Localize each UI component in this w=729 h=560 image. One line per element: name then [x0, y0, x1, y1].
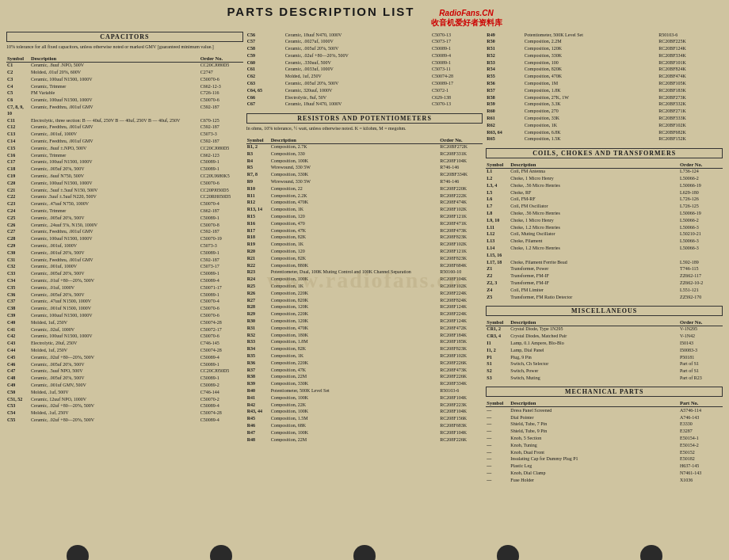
table-row: R38Composition, 22MRC208F226K: [246, 374, 483, 381]
table-row: —Dial PointerA746-143: [486, 414, 723, 421]
cell-description: Wirewound, 330 5W: [270, 179, 440, 186]
cell-description: Composition, 330K: [270, 381, 440, 388]
cell-symbol: Z5: [486, 294, 510, 301]
cell-description: Composition, 47K: [270, 367, 440, 374]
cell-symbol: C23: [6, 201, 30, 208]
cell-order: RC208F184K: [439, 332, 483, 339]
cell-description: Composition, 1.8K: [524, 87, 658, 94]
cell-description: Ceramic, .001uf 20%, 500V: [30, 250, 200, 257]
cell-symbol: L9, 10: [486, 217, 510, 224]
cell-description: Composition, 22M: [270, 436, 440, 444]
table-row: I1Lamp, 0.1 Ampere, Blo-BloI50143: [486, 340, 723, 347]
table-row: R53Composition, 100RC20BF101K: [486, 59, 723, 67]
cell-order: E50182: [679, 456, 723, 463]
cell-symbol: C14: [6, 139, 30, 146]
cell-description: Ceramic, 100uuf N1500, 1000V: [30, 236, 200, 243]
cell-symbol: C20: [6, 180, 30, 187]
cell-order: ZZ662-10-2: [679, 280, 723, 288]
cell-symbol: —: [486, 470, 510, 477]
table-row: L5Choke, RFL629-180: [486, 189, 723, 196]
table-row: L7Coil, FM OscillatorL726-125: [486, 204, 723, 211]
cell-symbol: R46: [246, 422, 270, 429]
cell-order: C2747: [200, 70, 243, 77]
cell-description: Knob, Dial Clamp: [510, 470, 679, 477]
cell-order: C50074-28: [200, 319, 243, 326]
cell-symbol: —: [486, 456, 510, 463]
table-row: R50Composition, 2.2MRC20BF225K: [486, 39, 723, 46]
cell-order: C50070-6: [200, 333, 243, 341]
table-row: R58Composition, 27K, 1WRC20BF273K: [486, 94, 723, 101]
table-row: C47Ceramic, .5uuf NPO, 500VCC20CJ050D5: [6, 368, 243, 375]
table-row: R40Potentiometer, 500K Level SetR50103-6: [246, 387, 483, 394]
cell-order: C50089-1: [200, 166, 243, 173]
cell-description: Lamp, 0.1 Ampere, Blo-Blo: [510, 340, 679, 347]
cell-description: Ceramic, .8uuf ±.NPO, 500V: [30, 145, 200, 152]
cell-order: RC208F224K: [439, 290, 483, 297]
footer-circle-1: [67, 545, 89, 560]
table-row: R61Composition, 33KRC20BF333K: [486, 116, 723, 123]
cell-symbol: R45: [246, 416, 270, 423]
cell-symbol: C16: [6, 152, 30, 159]
table-row: C21Ceramic, .5uuf ±.5uuf N150, 500VCC20P…: [6, 187, 243, 194]
table-row: L15, 16: [486, 252, 723, 259]
cell-order: C50089-4: [200, 403, 243, 410]
table-row: L3, 4Choke, .56 Micro HenriesL50066-19: [486, 182, 723, 189]
cell-symbol: R7, 8: [246, 172, 270, 179]
cell-order: C50074-28: [431, 74, 483, 81]
cell-order: C50070-2: [200, 396, 243, 403]
cell-symbol: R3: [246, 150, 270, 158]
cell-description: Knob, Dual Front: [510, 449, 679, 456]
cell-order: L50066-19: [679, 211, 723, 218]
cell-order: C592-187: [200, 229, 243, 236]
cell-order: CC20UJ680K5: [200, 173, 243, 181]
cell-description: Composition, 470K: [270, 325, 440, 332]
cell-order: RC208F102K: [439, 352, 483, 360]
cell-order: RC208F121K: [439, 214, 483, 221]
cell-symbol: R11: [246, 192, 270, 200]
cell-order: C50089-1: [431, 46, 483, 53]
cell-symbol: L7: [486, 204, 510, 211]
table-row: L8Choke, .56 Micro HenriesL50066-19: [486, 211, 723, 218]
cell-description: Composition, 100K: [270, 409, 440, 416]
cell-description: Coil, Muting Oscillator: [510, 231, 679, 238]
cell-order: RC208F104K: [439, 394, 483, 402]
cell-order: C50070-6: [200, 306, 243, 313]
table-row: C57Ceramic, .0027uf, 1000VC5073-17: [246, 39, 483, 46]
table-row: R27Composition, 820KRC208F824K: [246, 297, 483, 304]
cell-description: Composition, 120: [270, 214, 440, 221]
cell-symbol: C42: [6, 333, 30, 341]
cell-order: C5073-3: [200, 131, 243, 139]
cell-order: L736-124: [679, 168, 723, 175]
table-row: L1Coil, FM AntennaL736-124: [486, 168, 723, 175]
cell-symbol: C66: [246, 94, 284, 101]
mech-col-header-symbol: Symbol: [486, 399, 510, 407]
cell-order: CC20CJ080D5: [200, 62, 243, 69]
cell-description: Composition, 2.7K: [270, 143, 440, 150]
misc-col-header-description: Description: [510, 318, 679, 326]
cell-symbol: R27: [246, 297, 270, 304]
table-row: R23Potentiometer, Dual, 100K Muting Cont…: [246, 269, 483, 276]
table-row: R48Composition, 22MRC208F226K: [246, 436, 483, 444]
cell-order: L629-180: [679, 189, 723, 196]
capacitors-cont-table: C56Ceramic, 18uuf N470, 1000VC5070-13C57…: [246, 32, 483, 109]
cell-symbol: C18: [6, 166, 30, 173]
cell-order: ZZ662-117: [679, 273, 723, 280]
table-row: R28Composition, 120KRC208F124K: [246, 304, 483, 311]
cell-order: RC20BF474K: [658, 74, 723, 81]
table-row: C3Ceramic, 100uuf N1500, 1000VC50070-6: [6, 76, 243, 83]
cell-symbol: R35: [246, 352, 270, 360]
cell-order: C50070-6: [200, 312, 243, 319]
cell-symbol: R40: [246, 387, 270, 394]
table-row: C24Ceramic, TrimmerC662-187: [6, 208, 243, 215]
cell-symbol: C62: [246, 74, 284, 81]
cell-order: RC208F473K: [439, 227, 483, 234]
table-row: C2Molded, .01uf 20%, 600VC2747: [6, 70, 243, 77]
cell-description: Composition, 120K: [524, 46, 658, 53]
cell-symbol: C49: [6, 382, 30, 389]
cell-symbol: R48: [246, 436, 270, 444]
cell-order: C50089-17: [431, 81, 483, 88]
cell-description: Composition, 120: [270, 249, 440, 256]
cell-order: C50072-17: [200, 326, 243, 333]
cell-description: Composition, 6.8K: [524, 129, 658, 136]
cell-description: Shield, Tube, 7 Pin: [510, 421, 679, 429]
